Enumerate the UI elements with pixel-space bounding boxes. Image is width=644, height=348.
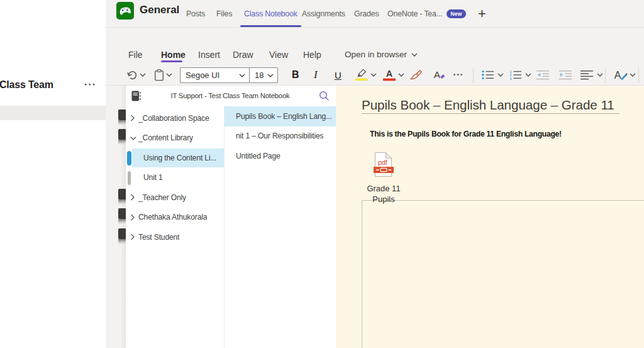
open-in-browser-button[interactable]: Open in browser [345,48,418,62]
chevron-right-icon [130,214,136,221]
team-more-icon[interactable]: ●●● [84,82,96,86]
increase-indent-icon [558,70,572,80]
svg-text:A: A [614,70,621,81]
page-pane: Pupils Book – English Lang... nit 1 – Ou… [224,106,336,348]
page-body-text[interactable]: This is the Pupils Book for Grade 11 Eng… [370,130,562,138]
alignment-dropdown[interactable] [597,66,603,84]
clear-format-icon: A [432,69,447,81]
pdf-attachment[interactable]: pdf Grade 11 Pupils [353,152,414,205]
section-group-content-library[interactable]: _Content Library [126,128,224,149]
section-group-test-student[interactable]: Test Student [126,227,224,247]
svg-text:pdf: pdf [378,159,387,166]
menu-view[interactable]: View [269,48,288,62]
bullet-list-icon [481,69,494,81]
decrease-indent-icon [536,70,550,80]
page-pupils-book[interactable]: Pupils Book – English Lang... [225,106,336,126]
page-untitled[interactable]: Untitled Page [225,146,336,166]
bullets-button[interactable] [481,66,494,84]
new-badge: New [447,9,466,18]
tab-files[interactable]: Files [213,0,236,28]
main-area: General Posts Files Class Notebook Assig… [106,0,644,348]
notebook-title: IT Support - Test Class Team Notebook [142,92,319,99]
format-painter-button[interactable] [409,66,423,84]
page-content: Pupils Book – English Language – Grade 1… [336,86,644,348]
font-color-button[interactable]: A [382,66,396,84]
menu-insert[interactable]: Insert [198,48,220,62]
active-menu-underline [161,60,182,62]
section-unit-1[interactable]: Unit 1 [126,168,224,188]
font-color-icon: A [382,69,396,81]
align-icon [580,70,594,80]
increase-indent-button[interactable] [558,66,572,84]
bullets-dropdown[interactable] [497,66,504,84]
chevron-down-icon [398,73,404,77]
section-color-bar [127,151,131,166]
page-title[interactable]: Pupils Book – English Language – Grade 1… [362,98,619,114]
chevron-right-icon [130,194,136,201]
highlight-button[interactable] [355,66,368,84]
chevron-down-icon [140,73,146,77]
section-group-teacher-only[interactable]: _Teacher Only [126,188,224,208]
active-tab-underline [240,25,301,27]
menu-draw[interactable]: Draw [233,48,253,62]
bold-button[interactable]: B [292,66,299,84]
tab-class-notebook[interactable]: Class Notebook [240,0,301,28]
page-unit-1-our-responsibilities[interactable]: nit 1 – Our Responsibilities [225,126,336,147]
chevron-down-icon [497,73,504,77]
team-name: Class Team [0,79,53,91]
menu-file[interactable]: File [128,48,143,62]
add-tab-button[interactable]: + [478,6,486,22]
undo-dropdown[interactable] [140,66,146,84]
clear-format-button[interactable]: A [432,66,447,84]
numbering-button[interactable]: 1 2 3 [509,66,522,84]
numbered-list-icon: 1 2 3 [509,69,522,81]
chevron-down-icon [130,136,136,140]
underline-button[interactable]: U [335,66,341,84]
chevron-down-icon [370,73,377,77]
menu-help[interactable]: Help [303,48,321,62]
numbering-dropdown[interactable] [525,66,531,84]
undo-button[interactable] [127,66,138,84]
clipboard-icon [154,69,164,81]
section-color-bar [128,171,131,185]
italic-button[interactable]: I [314,66,318,84]
pdf-file-icon: pdf [374,152,394,178]
svg-text:3: 3 [509,77,511,81]
content-outline-box[interactable] [362,200,644,348]
chevron-down-icon [411,53,418,57]
onenote-ribbon: File Home Insert Draw View Help Open in … [106,28,644,86]
font-name-select[interactable]: Segoe UI [180,67,250,83]
more-commands-button[interactable]: ••• [453,66,464,84]
decrease-indent-button[interactable] [536,66,550,84]
chevron-down-icon [267,74,274,77]
font-size-select[interactable]: 18 [249,67,278,83]
search-icon[interactable] [319,91,330,101]
paste-dropdown[interactable] [166,66,172,84]
tab-grades[interactable]: Grades [350,0,382,28]
styles-icon: A [613,69,628,81]
channel-header: General Posts Files Class Notebook Assig… [106,0,644,28]
highlight-dropdown[interactable] [370,66,377,84]
section-group-collaboration-space[interactable]: _Collaboration Space [126,108,224,128]
chevron-down-icon [525,73,531,77]
alignment-button[interactable] [580,66,594,84]
channel-tabs: Posts Files Class Notebook Assignments G… [106,0,644,28]
section-using-the-content-library[interactable]: Using the Content Li... [126,148,224,168]
chevron-down-icon [630,73,636,77]
toolbar-divider [473,68,474,83]
styles-dropdown[interactable] [630,66,636,84]
tab-assignments[interactable]: Assignments [298,0,349,28]
tab-onenote[interactable]: OneNote - Tea... [384,0,446,28]
tab-posts[interactable]: Posts [182,0,209,28]
notebook-icon [131,91,142,101]
styles-button[interactable]: A [613,66,628,84]
section-group-chethaka-athukorala[interactable]: Chethaka Athukorala [126,208,224,228]
toolbar-divider [605,68,606,83]
selected-channel-row[interactable] [0,106,106,120]
undo-icon [127,70,138,81]
font-color-dropdown[interactable] [398,66,404,84]
attachment-caption: Grade 11 Pupils [353,183,414,205]
notebook-header: IT Support - Test Class Team Notebook [126,86,336,106]
paste-button[interactable] [154,66,164,84]
menu-home[interactable]: Home [161,48,186,62]
